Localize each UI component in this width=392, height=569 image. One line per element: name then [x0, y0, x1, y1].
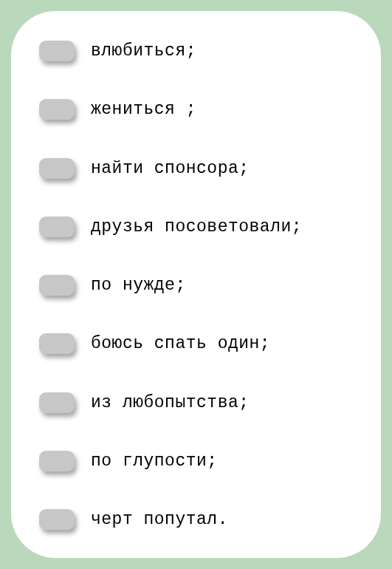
list-item: по нужде; — [39, 275, 360, 296]
checkbox-chip[interactable] — [39, 158, 75, 179]
item-label: из любопытства; — [91, 393, 250, 412]
item-label: друзья посоветовали; — [91, 217, 302, 236]
checkbox-chip[interactable] — [39, 509, 75, 530]
item-label: найти спонсора; — [91, 159, 250, 178]
checkbox-chip[interactable] — [39, 392, 75, 413]
item-label: жениться ; — [91, 100, 196, 119]
checkbox-chip[interactable] — [39, 333, 75, 354]
item-label: черт попутал. — [91, 510, 228, 529]
list-item: влюбиться; — [39, 41, 360, 61]
list-item: черт попутал. — [39, 509, 360, 530]
list-item: друзья посоветовали; — [39, 217, 360, 237]
item-label: по глупости; — [91, 452, 218, 471]
list-item: по глупости; — [39, 451, 360, 471]
item-label: по нужде; — [91, 276, 186, 295]
list-item: боюсь спать один; — [39, 333, 360, 354]
list-item: из любопытства; — [39, 392, 360, 413]
list-item: найти спонсора; — [39, 158, 360, 179]
checkbox-chip[interactable] — [39, 41, 75, 61]
item-label: боюсь спать один; — [91, 334, 270, 353]
checkbox-chip[interactable] — [39, 217, 75, 237]
checkbox-chip[interactable] — [39, 275, 75, 296]
checklist-card: влюбиться; жениться ; найти спонсора; др… — [11, 11, 381, 558]
checkbox-chip[interactable] — [39, 451, 75, 471]
item-label: влюбиться; — [91, 41, 196, 61]
checkbox-chip[interactable] — [39, 99, 75, 120]
list-item: жениться ; — [39, 99, 360, 120]
